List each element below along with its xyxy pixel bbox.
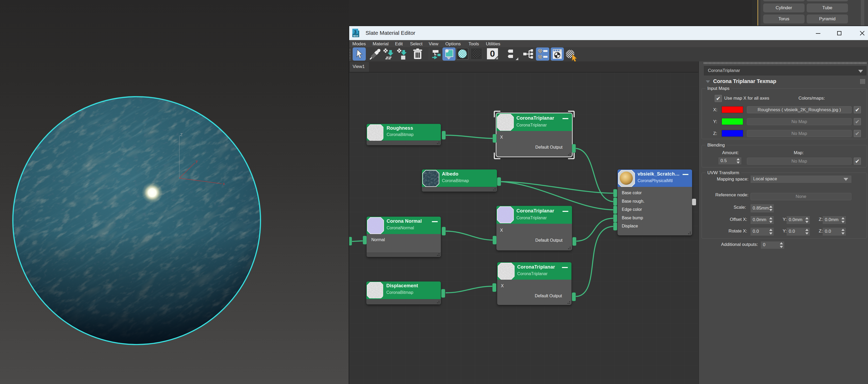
svg-text:3: 3 <box>354 30 356 34</box>
svg-text:x: x <box>223 181 225 186</box>
svg-text:y: y <box>196 159 198 163</box>
svg-text:Z: Z <box>180 132 183 137</box>
svg-text:MAX: MAX <box>353 34 359 37</box>
